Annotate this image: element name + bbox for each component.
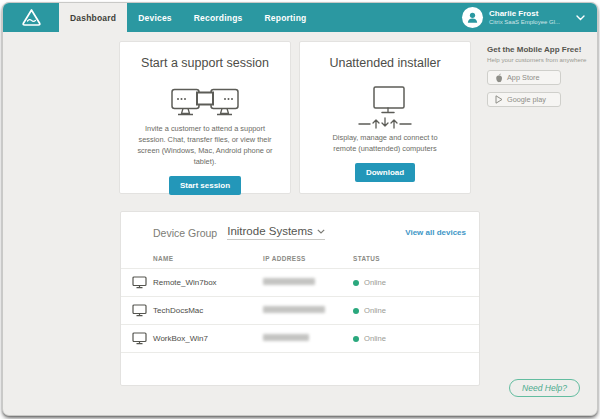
app-store-label: App Store bbox=[507, 73, 539, 82]
device-name: Remote_Win7box bbox=[153, 269, 263, 297]
device-name: TechDocsMac bbox=[153, 297, 263, 325]
device-status: Online bbox=[364, 306, 386, 315]
header-spacer bbox=[121, 251, 153, 269]
device-status: Online bbox=[364, 278, 386, 287]
ip-address-redacted bbox=[263, 334, 309, 341]
chevron-down-icon bbox=[317, 229, 325, 234]
tab-dashboard-label: Dashboard bbox=[70, 13, 116, 23]
google-play-icon bbox=[495, 95, 503, 104]
support-session-card: Start a support session bbox=[119, 41, 291, 194]
google-play-button[interactable]: Google play bbox=[487, 92, 561, 107]
avatar bbox=[462, 7, 483, 28]
support-card-description: Invite a customer to attend a support se… bbox=[132, 123, 278, 167]
column-header-status: STATUS bbox=[353, 251, 479, 269]
ip-address-redacted bbox=[263, 278, 315, 285]
online-status-dot bbox=[353, 280, 359, 286]
device-group-select[interactable]: Initrode Systems bbox=[227, 225, 325, 240]
tab-devices[interactable]: Devices bbox=[127, 3, 183, 32]
tab-recordings[interactable]: Recordings bbox=[183, 3, 254, 32]
start-session-button[interactable]: Start session bbox=[169, 176, 241, 195]
app-logo[interactable] bbox=[3, 3, 59, 32]
device-group-card: Device Group Initrode Systems View all d… bbox=[120, 211, 480, 386]
device-row[interactable]: WorkBox_Win7 Online bbox=[121, 325, 479, 353]
installer-card-description: Display, manage and connect to remote (u… bbox=[312, 132, 458, 154]
mobile-app-promo: Get the Mobile App Free! Help your custo… bbox=[487, 45, 598, 107]
tab-reporting-label: Reporting bbox=[265, 13, 307, 23]
nav-tabs: Dashboard Devices Recordings Reporting bbox=[59, 3, 317, 32]
need-help-button[interactable]: Need Help? bbox=[509, 379, 580, 397]
online-status-dot bbox=[353, 336, 359, 342]
monitor-icon bbox=[132, 276, 153, 289]
online-status-dot bbox=[353, 308, 359, 314]
tab-reporting[interactable]: Reporting bbox=[254, 3, 318, 32]
support-card-title: Start a support session bbox=[141, 56, 269, 70]
tab-devices-label: Devices bbox=[138, 13, 172, 23]
apple-icon bbox=[495, 73, 503, 83]
monitor-icon bbox=[132, 304, 153, 317]
device-group-selected-value: Initrode Systems bbox=[227, 225, 313, 237]
user-menu[interactable]: Charlie Frost Citrix SaaS Employee Gl... bbox=[462, 3, 589, 32]
device-row[interactable]: TechDocsMac Online bbox=[121, 297, 479, 325]
view-all-devices-link[interactable]: View all devices bbox=[405, 228, 466, 237]
user-subtitle: Citrix SaaS Employee Gl... bbox=[489, 19, 560, 27]
google-play-label: Google play bbox=[507, 95, 546, 104]
column-header-ip: IP ADDRESS bbox=[263, 251, 353, 269]
tab-dashboard[interactable]: Dashboard bbox=[59, 3, 127, 32]
monitor-icon bbox=[132, 332, 153, 345]
device-row[interactable]: Remote_Win7box Online bbox=[121, 269, 479, 297]
ip-address-redacted bbox=[263, 306, 325, 313]
user-meta: Charlie Frost Citrix SaaS Employee Gl... bbox=[489, 9, 560, 27]
gotoassist-triangle-logo-icon bbox=[21, 7, 42, 28]
chevron-down-icon bbox=[576, 15, 585, 21]
unattended-installer-card: Unattended installer Display, manage and… bbox=[299, 41, 471, 194]
screen-share-monitors-icon bbox=[170, 86, 240, 123]
user-name: Charlie Frost bbox=[489, 9, 560, 19]
unattended-computer-icon bbox=[357, 86, 413, 132]
app-window: Dashboard Devices Recordings Reporting C… bbox=[2, 2, 598, 416]
tab-recordings-label: Recordings bbox=[194, 13, 243, 23]
mobile-app-subtitle: Help your customers from anywhere bbox=[487, 56, 598, 63]
device-status: Online bbox=[364, 334, 386, 343]
download-button[interactable]: Download bbox=[355, 163, 415, 182]
mobile-app-title: Get the Mobile App Free! bbox=[487, 45, 598, 54]
device-name: WorkBox_Win7 bbox=[153, 325, 263, 353]
app-store-button[interactable]: App Store bbox=[487, 70, 561, 85]
top-navbar: Dashboard Devices Recordings Reporting C… bbox=[3, 3, 597, 32]
installer-card-title: Unattended installer bbox=[329, 56, 440, 70]
device-group-label: Device Group bbox=[153, 227, 217, 239]
devices-table: NAME IP ADDRESS STATUS Remote_Win7box On… bbox=[121, 251, 479, 353]
column-header-name: NAME bbox=[153, 251, 263, 269]
person-icon bbox=[465, 10, 480, 25]
